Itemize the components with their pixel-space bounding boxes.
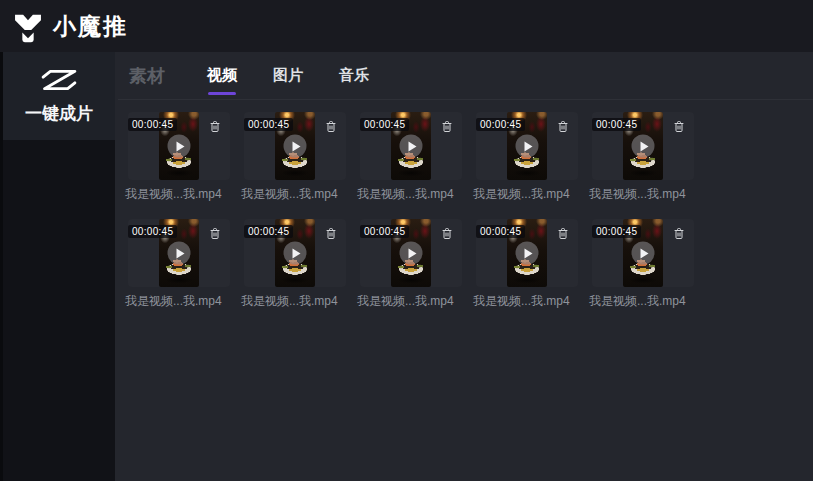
video-item[interactable]: 00:00:45 我是视频...我.mp4 bbox=[360, 219, 462, 310]
video-filename: 我是视频...我.mp4 bbox=[589, 186, 694, 203]
video-card[interactable]: 00:00:45 bbox=[476, 219, 578, 287]
duration-badge: 00:00:45 bbox=[244, 225, 293, 238]
app-body: 一键成片 素材 视频 图片 音乐 bbox=[0, 52, 813, 481]
play-icon[interactable] bbox=[516, 135, 539, 158]
material-tab[interactable]: 图片 bbox=[273, 62, 303, 89]
video-item[interactable]: 00:00:45 我是视频...我.mp4 bbox=[476, 219, 578, 310]
trash-icon[interactable] bbox=[556, 226, 570, 240]
app-title: 小魔推 bbox=[53, 11, 128, 42]
trash-icon[interactable] bbox=[324, 226, 338, 240]
duration-badge: 00:00:45 bbox=[360, 225, 409, 238]
trash-icon[interactable] bbox=[440, 119, 454, 133]
play-icon[interactable] bbox=[632, 242, 655, 265]
duration-badge: 00:00:45 bbox=[476, 118, 525, 131]
trash-icon[interactable] bbox=[672, 119, 686, 133]
trash-icon[interactable] bbox=[208, 226, 222, 240]
duration-badge: 00:00:45 bbox=[476, 225, 525, 238]
duration-badge: 00:00:45 bbox=[128, 118, 177, 131]
topbar: 小魔推 bbox=[0, 0, 813, 52]
duration-badge: 00:00:45 bbox=[360, 118, 409, 131]
video-filename: 我是视频...我.mp4 bbox=[473, 293, 578, 310]
video-filename: 我是视频...我.mp4 bbox=[357, 293, 462, 310]
video-item[interactable]: 00:00:45 我是视频...我.mp4 bbox=[128, 112, 230, 203]
video-item[interactable]: 00:00:45 我是视频...我.mp4 bbox=[592, 219, 694, 310]
video-filename: 我是视频...我.mp4 bbox=[473, 186, 578, 203]
capcut-icon bbox=[39, 67, 79, 93]
video-card[interactable]: 00:00:45 bbox=[128, 112, 230, 180]
trash-icon[interactable] bbox=[556, 119, 570, 133]
video-item[interactable]: 00:00:45 我是视频...我.mp4 bbox=[592, 112, 694, 203]
video-card[interactable]: 00:00:45 bbox=[476, 112, 578, 180]
video-card[interactable]: 00:00:45 bbox=[244, 112, 346, 180]
bull-logo-icon bbox=[11, 7, 45, 45]
video-card[interactable]: 00:00:45 bbox=[244, 219, 346, 287]
trash-icon[interactable] bbox=[208, 119, 222, 133]
video-filename: 我是视频...我.mp4 bbox=[241, 293, 346, 310]
video-filename: 我是视频...我.mp4 bbox=[125, 293, 230, 310]
trash-icon[interactable] bbox=[440, 226, 454, 240]
video-item[interactable]: 00:00:45 我是视频...我.mp4 bbox=[360, 112, 462, 203]
material-tabbar: 素材 视频 图片 音乐 bbox=[115, 52, 813, 99]
video-item[interactable]: 00:00:45 我是视频...我.mp4 bbox=[128, 219, 230, 310]
video-item[interactable]: 00:00:45 我是视频...我.mp4 bbox=[244, 112, 346, 203]
video-card[interactable]: 00:00:45 bbox=[128, 219, 230, 287]
video-card[interactable]: 00:00:45 bbox=[592, 219, 694, 287]
trash-icon[interactable] bbox=[324, 119, 338, 133]
play-icon[interactable] bbox=[632, 135, 655, 158]
video-card[interactable]: 00:00:45 bbox=[360, 112, 462, 180]
duration-badge: 00:00:45 bbox=[592, 118, 641, 131]
sidebar: 一键成片 bbox=[0, 52, 115, 481]
video-card[interactable]: 00:00:45 bbox=[592, 112, 694, 180]
material-panel: 素材 视频 图片 音乐 bbox=[115, 52, 813, 481]
sidebar-item-label: 一键成片 bbox=[25, 102, 93, 125]
duration-badge: 00:00:45 bbox=[244, 118, 293, 131]
video-filename: 我是视频...我.mp4 bbox=[589, 293, 694, 310]
play-icon[interactable] bbox=[400, 242, 423, 265]
play-icon[interactable] bbox=[400, 135, 423, 158]
trash-icon[interactable] bbox=[672, 226, 686, 240]
play-icon[interactable] bbox=[284, 242, 307, 265]
play-icon[interactable] bbox=[168, 242, 191, 265]
video-item[interactable]: 00:00:45 我是视频...我.mp4 bbox=[476, 112, 578, 203]
play-icon[interactable] bbox=[516, 242, 539, 265]
duration-badge: 00:00:45 bbox=[592, 225, 641, 238]
video-filename: 我是视频...我.mp4 bbox=[241, 186, 346, 203]
play-icon[interactable] bbox=[168, 135, 191, 158]
video-card[interactable]: 00:00:45 bbox=[360, 219, 462, 287]
play-icon[interactable] bbox=[284, 135, 307, 158]
material-tab[interactable]: 视频 bbox=[207, 62, 237, 89]
app-window: 小魔推 一键成片 素材 视频 bbox=[0, 0, 813, 481]
video-item[interactable]: 00:00:45 我是视频...我.mp4 bbox=[244, 219, 346, 310]
video-filename: 我是视频...我.mp4 bbox=[125, 186, 230, 203]
panel-title: 素材 bbox=[129, 64, 165, 88]
video-grid: 00:00:45 我是视频...我.mp4 bbox=[115, 100, 813, 481]
video-filename: 我是视频...我.mp4 bbox=[357, 186, 462, 203]
material-tabs: 视频 图片 音乐 bbox=[207, 62, 405, 89]
sidebar-item-one-click-video[interactable]: 一键成片 bbox=[3, 52, 115, 140]
duration-badge: 00:00:45 bbox=[128, 225, 177, 238]
material-tab[interactable]: 音乐 bbox=[339, 62, 369, 89]
